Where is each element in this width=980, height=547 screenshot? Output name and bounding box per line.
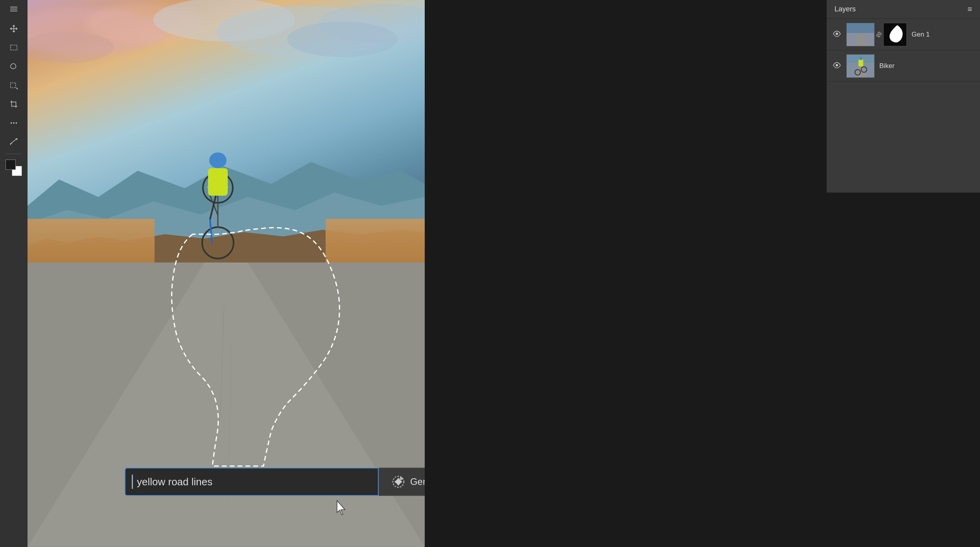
- svg-rect-4: [11, 83, 16, 88]
- svg-line-5: [16, 88, 18, 89]
- svg-marker-20: [28, 262, 425, 547]
- foreground-color-swatch[interactable]: [6, 160, 16, 170]
- generate-icon: [391, 475, 405, 489]
- layer-biker-thumb: [846, 54, 875, 78]
- svg-point-36: [836, 33, 838, 35]
- layer-item-gen1[interactable]: Gen 1: [827, 19, 980, 50]
- text-cursor: [132, 475, 133, 489]
- svg-point-8: [16, 122, 17, 124]
- svg-point-23: [202, 227, 234, 259]
- svg-point-46: [859, 57, 862, 60]
- toolbar-expand-button[interactable]: [8, 4, 20, 15]
- transform-tool[interactable]: [5, 133, 22, 151]
- generate-bar: yellow road lines Generate: [125, 468, 425, 496]
- marquee-tool[interactable]: [5, 39, 22, 56]
- prompt-input-wrapper: yellow road lines: [125, 468, 379, 496]
- layers-panel: Layers ≡: [827, 0, 980, 193]
- layer-visibility-biker[interactable]: [832, 61, 842, 70]
- layers-menu-icon[interactable]: ≡: [967, 5, 972, 14]
- photo-scene: .dashed-selection { fill: none; stroke: …: [28, 0, 425, 547]
- field-right: [326, 219, 425, 285]
- layer-visibility-gen1[interactable]: [832, 30, 842, 39]
- left-toolbar: [0, 0, 28, 547]
- layer-biker-name: Biker: [879, 62, 895, 70]
- layer-gen1-photo-thumb: [846, 23, 875, 46]
- layer-item-biker[interactable]: Biker: [827, 50, 980, 82]
- crop-tool[interactable]: [5, 95, 22, 113]
- move-tool[interactable]: [5, 20, 22, 37]
- svg-marker-19: [28, 262, 425, 547]
- generate-label: Generate: [410, 476, 425, 487]
- road-svg: [28, 262, 425, 547]
- layers-panel-title: Layers: [834, 5, 856, 13]
- layer-gen1-mask-thumb: [883, 23, 907, 46]
- svg-line-21: [220, 302, 224, 421]
- layer-gen1-thumb-group: [846, 23, 907, 46]
- more-tools-button[interactable]: [5, 114, 22, 132]
- sky-layer: [28, 0, 425, 230]
- generate-button[interactable]: Generate: [379, 468, 425, 496]
- layer-chain-icon: [875, 31, 883, 39]
- svg-point-41: [836, 64, 838, 66]
- prompt-input[interactable]: yellow road lines: [137, 476, 372, 488]
- lasso-tool[interactable]: [5, 58, 22, 75]
- layer-gen1-name: Gen 1: [912, 31, 930, 39]
- color-swatches[interactable]: [6, 160, 22, 176]
- svg-point-6: [11, 122, 12, 124]
- field-left: [28, 219, 155, 285]
- toolbar-divider: [6, 154, 22, 154]
- object-select-tool[interactable]: [5, 77, 22, 94]
- layers-panel-header: Layers ≡: [827, 0, 980, 19]
- svg-rect-39: [847, 23, 875, 33]
- svg-point-7: [13, 122, 15, 124]
- svg-rect-3: [11, 45, 17, 50]
- svg-rect-45: [858, 59, 863, 66]
- canvas-area: .dashed-selection { fill: none; stroke: …: [28, 0, 425, 547]
